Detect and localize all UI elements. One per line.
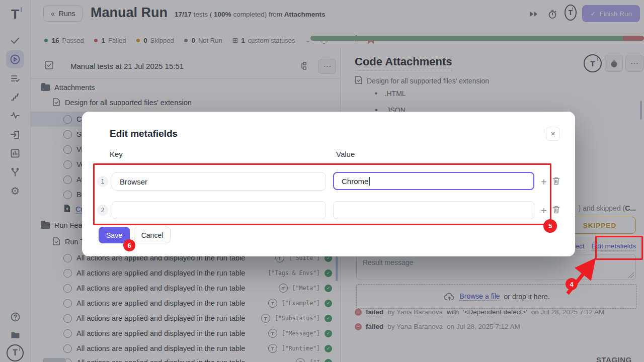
cancel-button[interactable]: Cancel	[134, 227, 171, 243]
app-window: T ⚙ T « Runs Manual Run 17/17 tests ( 10…	[0, 0, 644, 362]
annotation-badge-5: 5	[543, 219, 557, 233]
delete-row-button[interactable]	[552, 205, 560, 216]
trash-icon	[552, 205, 560, 214]
value-column-label: Value	[336, 150, 355, 158]
annotation-badge-6: 6	[123, 239, 135, 251]
close-icon: ×	[551, 130, 555, 138]
annotation-box-rows	[93, 163, 551, 225]
delete-row-button[interactable]	[552, 176, 560, 188]
key-column-label: Key	[110, 150, 123, 158]
annotation-arrow	[552, 251, 608, 307]
trash-icon	[552, 176, 560, 186]
close-button[interactable]: ×	[546, 127, 560, 141]
modal-title: Edit metafields	[110, 128, 178, 139]
annotation-badge-4: 4	[566, 278, 578, 290]
